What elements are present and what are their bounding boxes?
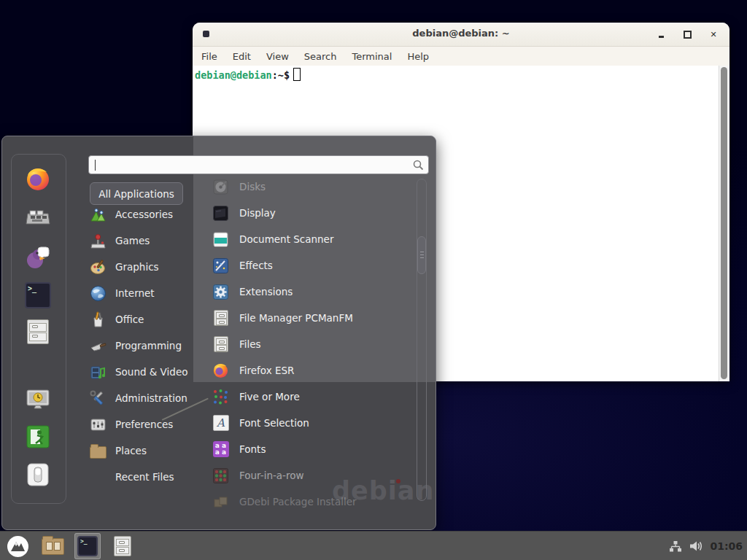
pidgin-icon [25, 244, 51, 271]
files-taskbar-icon [114, 536, 131, 556]
terminal-window-title: debian@debian: ~ [193, 28, 729, 39]
minimize-button[interactable] [657, 30, 665, 39]
close-button[interactable]: ✕ [709, 30, 718, 39]
taskbar-file-manager-pcmanfm[interactable] [39, 533, 66, 559]
app-five-or-more[interactable]: Five or More [212, 385, 409, 408]
app-label: Four-in-a-row [239, 470, 304, 481]
favorite-logout[interactable] [25, 424, 51, 450]
menu-button[interactable] [4, 533, 31, 559]
category-recent-files[interactable]: Recent Files [90, 465, 205, 489]
menu-item-view[interactable]: View [266, 51, 289, 62]
app-fonts[interactable]: a aa a Fonts [212, 438, 409, 461]
favorite-pidgin[interactable] [25, 244, 51, 271]
pcmanfm-folder-icon [42, 538, 64, 555]
prompt-suffix: :~$ [272, 69, 290, 81]
category-office[interactable]: Office [90, 308, 205, 331]
graphics-icon [90, 259, 107, 276]
app-label: Extensions [239, 286, 293, 298]
application-menu: debian [1, 136, 436, 530]
app-label: Document Scanner [239, 233, 333, 245]
app-effects[interactable]: Effects [212, 254, 409, 277]
category-label: Places [115, 445, 147, 456]
menu-item-help[interactable]: Help [407, 51, 429, 62]
favorite-firefox[interactable] [25, 166, 51, 192]
app-four-in-a-row[interactable]: Four-in-a-row [212, 464, 409, 487]
taskbar-terminal[interactable]: >_ [74, 533, 101, 559]
favorite-screensaver[interactable] [25, 386, 51, 413]
category-graphics[interactable]: Graphics [90, 255, 205, 279]
menu-logo-icon [7, 535, 29, 558]
app-label: Disks [239, 181, 266, 192]
favorite-software-manager[interactable] [25, 205, 51, 231]
category-label: Internet [115, 287, 155, 299]
app-list-scrollbar[interactable] [417, 179, 427, 501]
minimize-icon [659, 36, 664, 38]
app-label: GDebi Package Installer [239, 496, 357, 508]
maximize-button[interactable] [683, 30, 692, 39]
app-firefox-esr[interactable]: Firefox ESR [212, 359, 409, 382]
category-programming[interactable]: Programming [90, 334, 205, 357]
text-cursor [95, 160, 96, 171]
app-label: Font Selection [239, 417, 309, 429]
document-scanner-icon [212, 231, 229, 248]
office-icon [90, 311, 107, 328]
terminal-icon: >_ [28, 284, 36, 292]
terminal-scrollbar[interactable] [719, 66, 729, 381]
app-font-selection[interactable]: A Font Selection [212, 411, 409, 435]
files-icon [214, 336, 228, 352]
category-label: Programming [115, 340, 182, 351]
app-document-scanner[interactable]: Document Scanner [212, 228, 409, 251]
category-label: Graphics [115, 261, 159, 273]
category-places[interactable]: Places [90, 439, 205, 462]
category-all-applications[interactable]: All Applications [90, 182, 183, 205]
terminal-titlebar[interactable]: debian@debian: ~ ✕ [193, 23, 729, 47]
volume-icon[interactable] [689, 540, 703, 553]
menu-item-terminal[interactable]: Terminal [352, 51, 392, 62]
fonts-icon: a aa a [213, 441, 229, 457]
internet-icon [90, 285, 107, 302]
app-display[interactable]: Display [212, 201, 409, 225]
favorite-terminal[interactable]: >_ [25, 282, 51, 308]
effects-icon [212, 257, 229, 274]
category-sound-video[interactable]: Sound & Video [90, 360, 205, 384]
menu-item-file[interactable]: File [201, 51, 217, 62]
app-file-manager-pcmanfm[interactable]: File Manager PCManFM [212, 306, 409, 330]
favorite-file-manager[interactable] [25, 319, 51, 345]
category-accessories[interactable]: Accessories [90, 203, 205, 226]
app-extensions[interactable]: Extensions [212, 280, 409, 303]
all-applications-label: All Applications [98, 188, 174, 200]
menu-item-edit[interactable]: Edit [233, 51, 251, 62]
app-gdebi-package-installer[interactable]: GDebi Package Installer [212, 490, 409, 513]
terminal-scrollbar-thumb[interactable] [721, 67, 727, 379]
games-icon [90, 233, 107, 249]
category-internet[interactable]: Internet [90, 281, 205, 305]
category-games[interactable]: Games [90, 229, 205, 252]
app-label: Fonts [239, 443, 266, 455]
category-label: Accessories [115, 209, 173, 220]
category-preferences[interactable]: Preferences [90, 413, 205, 436]
gdebi-icon [212, 494, 229, 510]
taskbar: >_ 01:06 [0, 531, 747, 560]
display-icon [212, 205, 229, 222]
category-label: Sound & Video [115, 366, 187, 378]
network-icon[interactable] [669, 540, 682, 553]
places-icon [90, 446, 107, 459]
app-files[interactable]: Files [212, 332, 409, 356]
file-manager-pcmanfm-icon [214, 310, 228, 326]
category-label: Recent Files [115, 471, 174, 483]
terminal-menubar: File Edit View Search Terminal Help [193, 47, 729, 66]
prompt-user-host: debian@debian [195, 69, 272, 81]
app-list-scrollbar-thumb[interactable] [417, 236, 426, 274]
app-disks[interactable]: Disks [212, 175, 409, 198]
menu-item-search[interactable]: Search [304, 51, 337, 62]
app-label: Firefox ESR [239, 365, 294, 376]
taskbar-clock[interactable]: 01:06 [710, 540, 743, 552]
four-in-a-row-icon [212, 467, 229, 484]
firefox-esr-icon [212, 362, 229, 379]
favorite-shutdown[interactable] [25, 462, 51, 488]
search-input[interactable] [88, 155, 429, 174]
search-icon [413, 160, 424, 171]
taskbar-files[interactable] [109, 533, 136, 559]
file-cabinet-icon [27, 319, 49, 344]
category-label: Preferences [115, 419, 173, 430]
